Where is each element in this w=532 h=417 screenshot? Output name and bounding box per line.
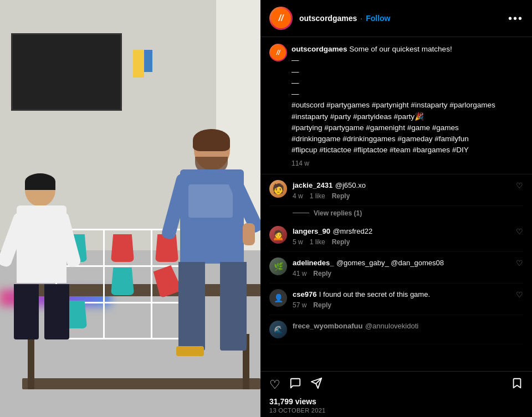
views-count: 31,799 views (269, 397, 523, 406)
like-comment-button[interactable]: ♡ (516, 181, 523, 190)
account-avatar[interactable]: // (269, 7, 293, 30)
like-comment-button[interactable]: ♡ (516, 259, 523, 267)
reply-button[interactable]: Reply (313, 301, 331, 309)
post-image (0, 0, 260, 417)
view-replies-button[interactable]: View replies (1) (314, 209, 362, 217)
commenter-username[interactable]: langers_90 (293, 227, 330, 235)
post-detail-panel: // outscordgames · Follow ••• // outscor… (260, 0, 532, 417)
comment-content: adelinedes_ @gomes_gaby_ @dan_gomes08 41… (293, 258, 523, 277)
action-bar: ♡ 31,799 views 13 October 2021 (260, 371, 532, 417)
reply-button[interactable]: Reply (332, 238, 350, 246)
commenter-avatar[interactable]: 🌊 (269, 321, 287, 338)
commenter-username[interactable]: adelinedes_ (293, 259, 334, 267)
brand-logo: // (279, 13, 284, 23)
comment-item: 🌊 frece_wyombonafuu @annulovekidoti (269, 315, 523, 344)
caption-brand-logo: // (277, 49, 280, 56)
like-button[interactable]: ♡ (269, 378, 280, 392)
commenter-username[interactable]: frece_wyombonafuu (293, 322, 362, 330)
commenter-avatar[interactable]: 🙍 (269, 226, 287, 244)
caption-text: outscordgames Some of our quickest match… (291, 44, 523, 156)
bookmark-button[interactable] (511, 377, 523, 393)
comment-time: 4 w (293, 192, 303, 200)
comment-mention: @mrsfred22 (332, 227, 372, 235)
comment-content: jackie_2431 @j650.xo 4 w 1 like Reply (293, 180, 523, 200)
action-icons-row: ♡ (269, 377, 523, 393)
comment-meta: 41 w Reply (293, 270, 523, 277)
comment-item: 🧑 jackie_2431 @j650.xo 4 w 1 like Reply … (269, 174, 523, 206)
replies-line (293, 213, 309, 213)
comment-item: 🙍 langers_90 @mrsfred22 5 w 1 like Reply… (269, 220, 523, 252)
post-header: // outscordgames · Follow ••• (260, 0, 532, 37)
comment-mention: @gomes_gaby_ @dan_gomes08 (336, 259, 444, 267)
comment-button[interactable] (289, 377, 301, 393)
commenter-avatar[interactable]: 🌿 (269, 258, 287, 275)
comment-content: frece_wyombonafuu @annulovekidoti (293, 321, 523, 331)
like-comment-button[interactable]: ♡ (516, 290, 523, 299)
comment-time: 57 w (293, 301, 306, 309)
caption-section: // outscordgames Some of our quickest ma… (260, 37, 532, 174)
follow-button[interactable]: Follow (366, 14, 390, 23)
view-replies-row: View replies (1) (269, 206, 523, 220)
caption-timestamp: 114 w (291, 159, 523, 167)
comment-likes: 1 like (310, 192, 325, 200)
comments-section: 🧑 jackie_2431 @j650.xo 4 w 1 like Reply … (260, 174, 532, 372)
comment-likes: 1 like (310, 238, 325, 246)
comment-body: I found out the secret of this game. (319, 290, 430, 298)
comment-meta: 5 w 1 like Reply (293, 238, 523, 246)
comment-mention: @j650.xo (335, 181, 366, 189)
comment-meta: 4 w 1 like Reply (293, 192, 523, 200)
reply-button[interactable]: Reply (332, 192, 350, 200)
comment-content: langers_90 @mrsfred22 5 w 1 like Reply (293, 226, 523, 246)
header-username[interactable]: outscordgames (299, 14, 357, 23)
more-options-button[interactable]: ••• (508, 12, 523, 25)
like-comment-button[interactable]: ♡ (516, 227, 523, 236)
caption-body: Some of our quickest matches!————#outsco… (291, 45, 495, 154)
commenter-avatar[interactable]: 🧑 (269, 180, 287, 198)
caption-avatar[interactable]: // (269, 44, 287, 61)
reply-button[interactable]: Reply (313, 270, 331, 277)
comment-content: cse976 I found out the secret of this ga… (293, 289, 523, 309)
commenter-username[interactable]: jackie_2431 (293, 181, 332, 189)
header-separator: · (360, 14, 362, 23)
comment-item: 🌿 adelinedes_ @gomes_gaby_ @dan_gomes08 … (269, 252, 523, 284)
commenter-username[interactable]: cse976 (293, 290, 316, 298)
comment-time: 41 w (293, 270, 306, 277)
post-date: 13 October 2021 (269, 407, 523, 414)
comment-item: 👤 cse976 I found out the secret of this … (269, 284, 523, 315)
comment-time: 5 w (293, 238, 303, 246)
share-button[interactable] (310, 377, 323, 393)
commenter-avatar[interactable]: 👤 (269, 289, 287, 307)
comment-meta: 57 w Reply (293, 301, 523, 309)
caption-username[interactable]: outscordgames (291, 45, 347, 53)
comment-mention: @annulovekidoti (365, 322, 418, 330)
